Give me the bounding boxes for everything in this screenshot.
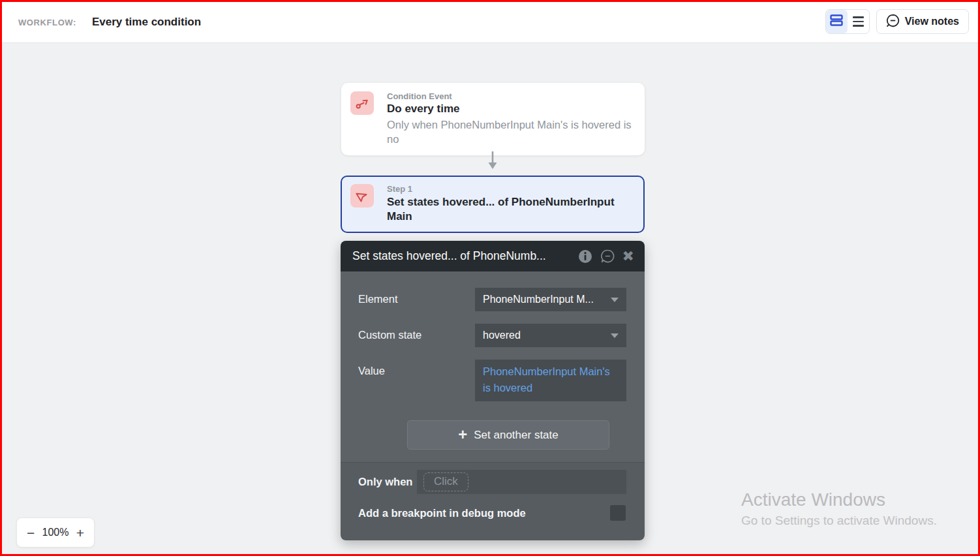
panel-title: Set states hovered... of PhoneNumb... bbox=[352, 249, 577, 263]
list-view-icon bbox=[853, 16, 864, 27]
watermark-title: Activate Windows bbox=[741, 489, 937, 510]
notes-bubble-icon bbox=[886, 14, 900, 30]
breakpoint-row: Add a breakpoint in debug mode bbox=[358, 505, 626, 521]
element-dropdown[interactable]: PhoneNumberInput M... bbox=[475, 288, 626, 311]
breakpoint-checkbox[interactable] bbox=[610, 505, 626, 521]
chevron-down-icon bbox=[611, 298, 619, 302]
set-another-state-button[interactable]: + Set another state bbox=[407, 420, 609, 450]
only-when-click-placeholder[interactable]: Click bbox=[423, 472, 468, 491]
value-expression-text: PhoneNumberInput Main's is hovered bbox=[483, 365, 610, 394]
step-1-kind: Step 1 bbox=[387, 184, 628, 194]
step-1-text: Step 1 Set states hovered... of PhoneNum… bbox=[387, 184, 628, 224]
only-when-label: Only when bbox=[358, 476, 417, 488]
custom-state-dropdown-value: hovered bbox=[483, 330, 611, 341]
panel-body: Element PhoneNumberInput M... Custom sta… bbox=[341, 271, 645, 462]
condition-event-icon bbox=[350, 91, 374, 115]
step-1-card[interactable]: Step 1 Set states hovered... of PhoneNum… bbox=[341, 176, 645, 233]
action-editor-panel: Set states hovered... of PhoneNumb... ✖ bbox=[341, 241, 645, 540]
plus-icon: + bbox=[458, 427, 467, 442]
only-when-row: Only when Click bbox=[358, 470, 626, 494]
zoom-out-button[interactable]: − bbox=[27, 526, 35, 540]
value-expression-input[interactable]: PhoneNumberInput Main's is hovered bbox=[475, 360, 626, 401]
app-window: WORKFLOW: Every time condition bbox=[0, 0, 980, 556]
watermark-subtitle: Go to Settings to activate Windows. bbox=[741, 514, 937, 528]
close-icon[interactable]: ✖ bbox=[622, 249, 634, 264]
panel-header[interactable]: Set states hovered... of PhoneNumb... ✖ bbox=[341, 241, 645, 271]
custom-state-field-label: Custom state bbox=[358, 324, 475, 347]
panel-header-icons: ✖ bbox=[577, 249, 634, 264]
workflow-title: Every time condition bbox=[92, 16, 201, 29]
card-view-toggle-button[interactable] bbox=[826, 10, 848, 33]
condition-event-title: Do every time bbox=[387, 102, 641, 116]
view-mode-toggle bbox=[825, 9, 870, 34]
breakpoint-label: Add a breakpoint in debug mode bbox=[358, 507, 610, 519]
topbar-actions: View notes bbox=[825, 9, 969, 34]
condition-event-card[interactable]: Condition Event Do every time Only when … bbox=[341, 83, 645, 155]
workflow-label: WORKFLOW: bbox=[18, 18, 76, 27]
panel-footer: Only when Click Add a breakpoint in debu… bbox=[341, 462, 645, 540]
element-field-label: Element bbox=[358, 288, 475, 311]
only-when-input[interactable]: Click bbox=[417, 470, 626, 494]
condition-event-text: Condition Event Do every time Only when … bbox=[387, 91, 641, 146]
custom-state-field-row: Custom state hovered bbox=[358, 324, 626, 347]
view-notes-label: View notes bbox=[905, 16, 959, 27]
step-1-title: Set states hovered... of PhoneNumberInpu… bbox=[387, 195, 628, 224]
connector-arrow-icon bbox=[487, 151, 498, 173]
chevron-down-icon bbox=[611, 333, 619, 338]
zoom-in-button[interactable]: + bbox=[76, 526, 84, 540]
card-view-icon bbox=[830, 14, 843, 29]
custom-state-dropdown[interactable]: hovered bbox=[475, 324, 626, 347]
activate-windows-watermark: Activate Windows Go to Settings to activ… bbox=[741, 489, 937, 528]
condition-event-kind: Condition Event bbox=[387, 91, 641, 101]
list-view-toggle-button[interactable] bbox=[848, 10, 869, 33]
info-icon[interactable] bbox=[577, 249, 593, 264]
workflow-topbar: WORKFLOW: Every time condition bbox=[2, 2, 978, 43]
condition-event-description: Only when PhoneNumberInput Main's is hov… bbox=[387, 117, 641, 146]
zoom-control: − 100% + bbox=[16, 517, 95, 548]
value-field-label: Value bbox=[358, 360, 475, 401]
step-1-cursor-icon bbox=[350, 184, 374, 208]
comment-icon[interactable] bbox=[600, 249, 615, 264]
zoom-level: 100% bbox=[42, 527, 69, 538]
set-another-state-label: Set another state bbox=[474, 429, 558, 442]
value-field-row: Value PhoneNumberInput Main's is hovered bbox=[358, 360, 626, 401]
view-notes-button[interactable]: View notes bbox=[876, 9, 969, 34]
element-field-row: Element PhoneNumberInput M... bbox=[358, 288, 626, 311]
element-dropdown-value: PhoneNumberInput M... bbox=[483, 294, 611, 305]
